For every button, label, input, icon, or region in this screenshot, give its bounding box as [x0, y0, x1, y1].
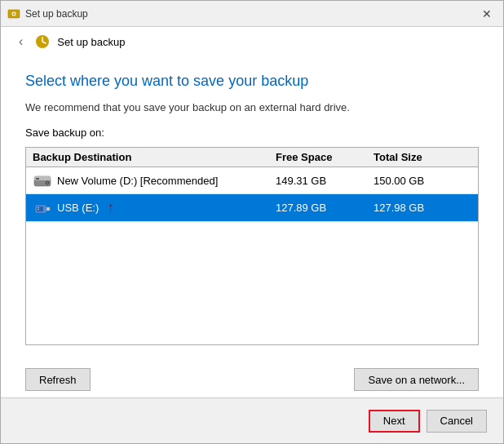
- content-area: Select where you want to save your backu…: [1, 56, 503, 362]
- row-0-total-size: 150.00 GB: [374, 175, 471, 187]
- row-1-total-size: 127.98 GB: [374, 202, 471, 214]
- col-header-free-space: Free Space: [276, 151, 374, 163]
- page-title: Select where you want to save your backu…: [25, 73, 479, 90]
- col-header-destination: Backup Destination: [33, 151, 276, 163]
- close-button[interactable]: ✕: [477, 4, 497, 24]
- table-row[interactable]: USB (E:) ↑ 127.89 GB 127.98 GB: [26, 194, 478, 222]
- recommendation-text: We recommend that you save your backup o…: [25, 101, 479, 113]
- title-bar-text: Set up backup: [25, 8, 88, 20]
- usb-icon: [33, 200, 52, 216]
- title-bar: Set up backup ✕: [1, 1, 503, 27]
- title-bar-left: Set up backup: [7, 7, 88, 20]
- action-buttons: Next Cancel: [369, 410, 487, 433]
- bottom-bar: Next Cancel: [1, 397, 503, 443]
- table-row[interactable]: New Volume (D:) [Recommended] 149.31 GB …: [26, 167, 478, 194]
- backup-destination-table: Backup Destination Free Space Total Size: [25, 147, 479, 345]
- refresh-button[interactable]: Refresh: [25, 368, 91, 391]
- svg-point-2: [13, 12, 15, 15]
- svg-rect-6: [36, 178, 39, 180]
- destination-cell-1: USB (E:) ↑: [33, 199, 276, 216]
- row-0-free-space: 149.31 GB: [276, 175, 374, 187]
- svg-rect-10: [46, 207, 50, 211]
- svg-rect-12: [38, 207, 39, 208]
- svg-rect-13: [38, 209, 39, 210]
- window: Set up backup ✕ ‹ Set up backup Select w…: [0, 0, 504, 444]
- next-button[interactable]: Next: [369, 410, 420, 433]
- nav-icon: [34, 33, 51, 50]
- row-0-name: New Volume (D:) [Recommended]: [57, 175, 218, 187]
- backup-title-icon: [7, 7, 20, 20]
- selection-arrow-icon: ↑: [107, 199, 114, 216]
- col-header-total-size: Total Size: [374, 151, 471, 163]
- cancel-button[interactable]: Cancel: [427, 410, 487, 433]
- back-button[interactable]: ‹: [14, 33, 28, 51]
- middle-button-row: Refresh Save on a network...: [1, 362, 503, 397]
- save-on-network-button[interactable]: Save on a network...: [354, 368, 479, 391]
- nav-title: Set up backup: [57, 36, 125, 48]
- svg-point-8: [46, 182, 48, 184]
- svg-rect-11: [37, 206, 43, 211]
- destination-cell-0: New Volume (D:) [Recommended]: [33, 172, 276, 189]
- nav-bar: ‹ Set up backup: [1, 27, 503, 56]
- table-header: Backup Destination Free Space Total Size: [26, 148, 478, 167]
- save-backup-label: Save backup on:: [25, 127, 479, 139]
- hdd-icon: [33, 172, 52, 189]
- row-1-name: USB (E:): [57, 202, 99, 214]
- row-1-free-space: 127.89 GB: [276, 202, 374, 214]
